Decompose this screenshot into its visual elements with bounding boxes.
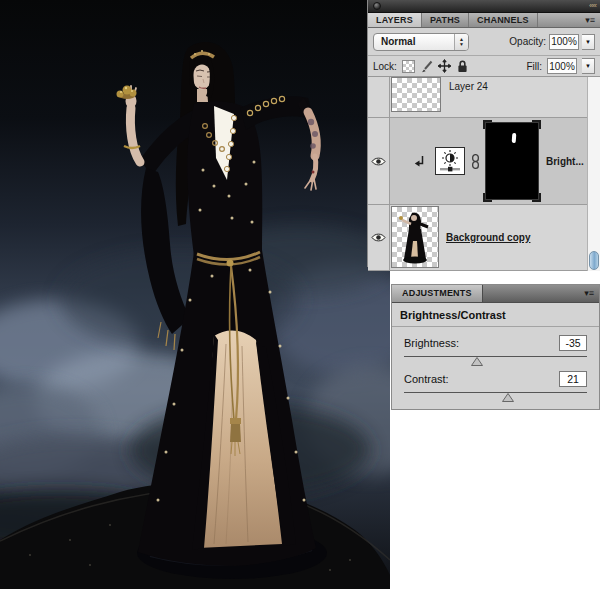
eye-icon[interactable] (371, 232, 386, 243)
brightness-label: Brightness: (404, 337, 459, 349)
collapse-to-icons-icon[interactable]: «« (589, 0, 596, 11)
layer-row-brightness-contrast[interactable]: Bright... (368, 118, 600, 205)
close-panel-button[interactable] (373, 2, 381, 10)
layers-panel: «« LAYERS PATHS CHANNELS ▾≡ Normal ▲ ▼ O… (367, 0, 600, 267)
layers-scrollbar[interactable] (587, 77, 600, 271)
panel-menu-icon[interactable]: ▾≡ (580, 13, 600, 27)
adjustments-panel: ADJUSTMENTS ▾≡ Brightness/Contrast Brigh… (391, 284, 600, 410)
scrollbar-thumb[interactable] (589, 251, 599, 270)
tab-paths[interactable]: PATHS (422, 13, 469, 27)
blend-mode-stepper-icon[interactable]: ▲ ▼ (454, 34, 468, 50)
contrast-label: Contrast: (404, 373, 449, 385)
adjustments-tab-bar: ADJUSTMENTS ▾≡ (392, 285, 599, 303)
brightness-row: Brightness: -35 (404, 334, 587, 351)
mask-black-thumbnail (485, 122, 539, 200)
layer-thumbnail-figure[interactable] (391, 206, 439, 268)
clipping-mask-arrow-icon (414, 155, 425, 168)
contrast-slider-thumb[interactable] (502, 393, 514, 402)
lock-label: Lock: (373, 61, 397, 72)
tab-channels[interactable]: CHANNELS (469, 13, 538, 27)
visibility-well[interactable] (368, 118, 390, 204)
layer-name[interactable]: Bright... (546, 156, 584, 167)
slider-track (404, 356, 587, 357)
adjustments-panel-menu-icon[interactable]: ▾≡ (579, 285, 599, 302)
mask-white-paint-mark (512, 133, 517, 143)
opacity-dropdown-icon[interactable]: ▼ (582, 34, 595, 50)
panel-titlebar: «« (368, 0, 600, 13)
lock-options-row: Lock: Fill: 100% ▼ (368, 56, 600, 77)
stepper-down-icon: ▼ (459, 42, 464, 47)
layer-name[interactable]: Layer 24 (449, 81, 488, 92)
opacity-label: Opacity: (509, 36, 546, 47)
lock-pixels-brush-icon[interactable] (420, 60, 433, 73)
stormy-figure-photo (0, 0, 390, 589)
contrast-value-field[interactable]: 21 (559, 371, 587, 387)
blend-mode-select[interactable]: Normal ▲ ▼ (373, 33, 469, 51)
layer-row-layer-24[interactable]: Layer 24 (368, 77, 600, 118)
brightness-slider-thumb[interactable] (471, 357, 483, 366)
visibility-well-empty[interactable] (368, 77, 390, 117)
mask-link-icon[interactable] (471, 154, 480, 169)
tab-adjustments[interactable]: ADJUSTMENTS (392, 285, 483, 302)
brightness-slider[interactable] (404, 354, 587, 367)
layer-thumbnail-empty[interactable] (391, 77, 441, 112)
adjustment-title: Brightness/Contrast (392, 303, 599, 326)
slider-track (404, 392, 587, 393)
brightness-value-field[interactable]: -35 (559, 335, 587, 351)
layer-row-background-copy[interactable]: Background copy (368, 205, 600, 271)
blend-options-row: Normal ▲ ▼ Opacity: 100% ▼ (368, 28, 600, 56)
blend-mode-value: Normal (374, 36, 454, 47)
lock-transparency-icon[interactable] (402, 60, 415, 73)
visibility-well[interactable] (368, 205, 390, 270)
layer-mask-thumbnail[interactable] (483, 120, 541, 202)
tab-layers[interactable]: LAYERS (368, 13, 422, 27)
fill-label: Fill: (526, 61, 542, 72)
adjustment-controls: Brightness: -35 Contrast: 21 (392, 327, 599, 403)
opacity-value[interactable]: 100% (549, 34, 579, 50)
contrast-row: Contrast: 21 (404, 370, 587, 387)
layers-tab-bar: LAYERS PATHS CHANNELS ▾≡ (368, 13, 600, 28)
layer-list: Layer 24 (368, 77, 600, 271)
layer-name[interactable]: Background copy (446, 232, 530, 243)
contrast-slider[interactable] (404, 390, 587, 403)
photo-canvas[interactable] (0, 0, 390, 589)
eye-icon[interactable] (371, 156, 386, 167)
lock-position-move-icon[interactable] (438, 60, 451, 73)
lock-all-padlock-icon[interactable] (456, 60, 469, 73)
brightness-contrast-adjustment-icon[interactable] (435, 147, 465, 175)
fill-value[interactable]: 100% (547, 58, 577, 74)
fill-dropdown-icon[interactable]: ▼ (582, 58, 595, 74)
